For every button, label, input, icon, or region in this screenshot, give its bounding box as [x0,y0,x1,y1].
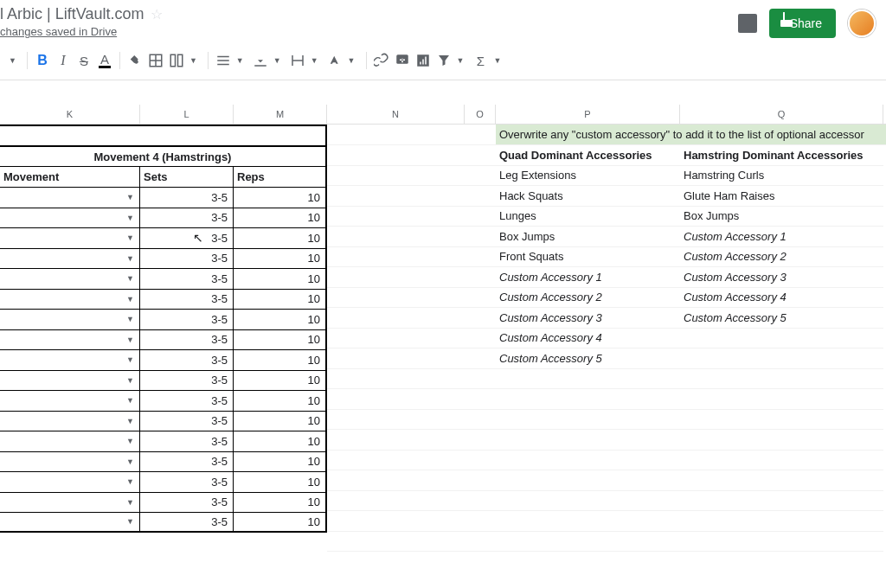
quad-accessory-cell[interactable]: Custom Accessory 4 [496,329,680,349]
reps-cell[interactable]: 10 [234,391,327,411]
bold-button[interactable]: B [33,50,52,71]
sets-cell[interactable]: 3-5 [140,249,234,269]
movement-dropdown[interactable]: ▼ [0,412,140,431]
sets-cell[interactable]: 3-5 [140,452,234,472]
reps-cell[interactable]: 10 [234,452,327,472]
ham-accessory-cell[interactable]: Custom Accessory 4 [680,288,883,309]
ham-accessory-cell[interactable]: Hamstring Curls [680,166,883,187]
movement-dropdown[interactable]: ▼ [0,290,140,310]
reps-cell[interactable]: 10 [234,493,327,513]
column-header-k[interactable]: K [0,105,140,124]
empty-cell[interactable] [496,389,680,410]
info-banner[interactable]: Overwrite any "custom accessory" to add … [496,125,886,145]
movement-dropdown[interactable]: ▼ [0,431,140,451]
quad-accessory-cell[interactable]: Custom Accessory 5 [496,348,680,369]
reps-cell[interactable]: 10 [234,290,327,310]
column-header-p[interactable]: P [496,105,680,124]
reps-cell[interactable]: 10 [234,472,327,492]
reps-cell[interactable]: 10 [234,330,327,350]
insert-link-button[interactable] [372,50,391,71]
sets-cell[interactable]: 3-5 [140,228,234,248]
column-header-o[interactable]: O [465,105,496,124]
column-header-l[interactable]: L [140,105,234,124]
empty-cell[interactable] [680,389,883,410]
header-sets[interactable]: Sets [140,167,234,187]
empty-cell[interactable] [680,369,883,390]
empty-cell[interactable] [680,451,883,471]
movement-dropdown[interactable]: ▼ [0,350,140,370]
merge-dropdown[interactable]: ▼ [188,50,202,71]
strikethrough-button[interactable]: S [74,50,93,71]
sets-cell[interactable]: 3-5 [140,371,234,391]
movement-dropdown[interactable]: ▼ [0,493,140,513]
empty-cell[interactable] [496,511,680,532]
sets-cell[interactable]: 3-5 [140,269,234,289]
quad-accessory-cell[interactable]: Box Jumps [496,227,680,247]
user-avatar[interactable] [848,10,876,37]
ham-accessory-cell[interactable]: Custom Accessory 1 [680,227,883,247]
quad-accessory-cell[interactable]: Hack Squats [496,186,680,207]
reps-cell[interactable]: 10 [234,412,327,431]
movement-dropdown[interactable]: ▼ [0,249,140,269]
reps-cell[interactable]: 10 [234,249,327,269]
ham-accessory-cell[interactable]: Custom Accessory 5 [680,308,883,329]
sets-cell[interactable]: 3-5 [140,350,234,370]
movement-dropdown[interactable]: ▼ [0,269,140,289]
sets-cell[interactable]: 3-5 [140,412,234,431]
insert-chart-button[interactable] [414,50,433,71]
fill-color-button[interactable] [125,50,144,71]
filter-button[interactable] [434,50,453,71]
movement-dropdown[interactable]: ▼ [0,452,140,472]
comment-icon[interactable] [738,14,757,33]
insert-comment-button[interactable] [393,50,412,71]
empty-cell[interactable] [496,470,680,491]
quad-accessory-cell[interactable]: Leg Extensions [496,166,680,187]
movement-dropdown[interactable]: ▼ [0,330,140,350]
ham-accessory-cell[interactable] [680,348,883,369]
quad-accessory-cell[interactable]: Front Squats [496,247,680,268]
sets-cell[interactable]: 3-5 [140,208,234,228]
movement-dropdown[interactable]: ▼ [0,228,140,248]
reps-cell[interactable]: 10 [234,269,327,289]
reps-cell[interactable]: 10 [234,431,327,451]
movement-dropdown[interactable]: ▼ [0,188,140,208]
reps-cell[interactable]: 10 [234,513,327,531]
empty-cell[interactable] [496,410,680,431]
empty-cell[interactable] [496,491,680,512]
quad-accessory-cell[interactable]: Custom Accessory 2 [496,288,680,309]
rotation-dropdown[interactable]: ▼ [346,50,361,71]
text-rotation-button[interactable] [325,50,344,71]
sets-cell[interactable]: 3-5 [140,290,234,310]
column-header-n[interactable]: N [327,105,465,124]
empty-cell[interactable] [680,511,883,532]
horizontal-align-button[interactable] [214,50,233,71]
reps-cell[interactable]: 10 [234,208,327,228]
header-movement[interactable]: Movement [0,167,140,187]
reps-cell[interactable]: 10 [234,371,327,391]
italic-button[interactable]: I [54,50,73,71]
empty-cell[interactable] [680,410,883,431]
empty-cell[interactable] [680,532,883,553]
sets-cell[interactable]: 3-5 [140,310,234,329]
functions-button[interactable]: Σ [471,50,490,71]
movement-dropdown[interactable]: ▼ [0,472,140,492]
sets-cell[interactable]: 3-5 [140,431,234,451]
quad-accessory-cell[interactable]: Custom Accessory 3 [496,308,680,329]
reps-cell[interactable]: 10 [234,228,327,248]
borders-button[interactable] [146,50,165,71]
sets-cell[interactable]: 3-5 [140,513,234,531]
merge-cells-button[interactable] [167,50,186,71]
reps-cell[interactable]: 10 [234,350,327,370]
share-button[interactable]: Share [769,9,836,38]
movement-dropdown[interactable]: ▼ [0,391,140,411]
column-header-m[interactable]: M [234,105,327,124]
empty-cell[interactable] [496,532,680,553]
ham-accessory-cell[interactable]: Custom Accessory 2 [680,247,883,268]
movement-dropdown[interactable]: ▼ [0,513,140,531]
text-color-button[interactable]: A [95,50,114,71]
ham-accessory-cell[interactable]: Custom Accessory 3 [680,267,883,288]
sets-cell[interactable]: 3-5 [140,493,234,513]
empty-cell[interactable] [496,369,680,390]
ham-header[interactable]: Hamstring Dominant Accessories [680,145,883,166]
valign-dropdown[interactable]: ▼ [272,50,286,71]
